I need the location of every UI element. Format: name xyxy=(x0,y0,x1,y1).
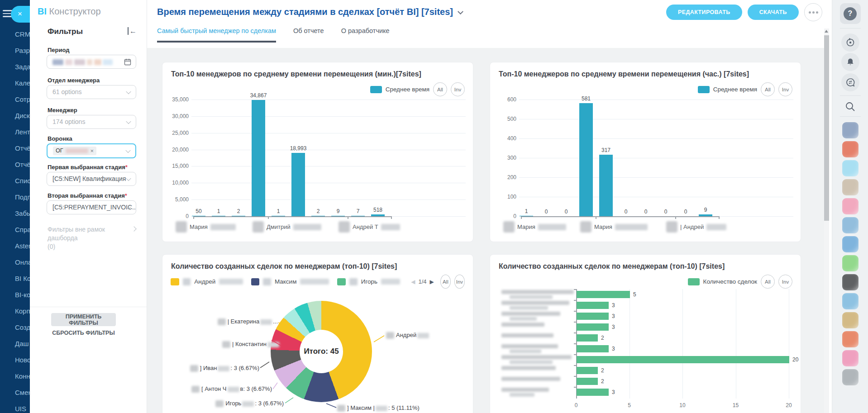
hbar[interactable] xyxy=(577,367,598,374)
toggle-all[interactable]: All xyxy=(761,275,775,289)
left-nav-item[interactable]: UIS xyxy=(0,401,30,413)
user-avatar[interactable] xyxy=(842,274,858,290)
user-avatar[interactable] xyxy=(842,179,858,195)
left-nav-item[interactable]: Кале xyxy=(0,75,30,91)
bar[interactable] xyxy=(371,214,385,216)
left-nav-item[interactable]: CRM xyxy=(0,26,30,43)
hbar[interactable] xyxy=(577,323,609,331)
hbar[interactable] xyxy=(577,378,598,385)
timeline-button[interactable] xyxy=(841,33,859,52)
bar[interactable] xyxy=(272,216,285,217)
user-avatar[interactable] xyxy=(842,331,858,347)
left-nav-item[interactable]: Отчё xyxy=(0,140,30,157)
left-nav-item[interactable]: Даш xyxy=(0,336,30,352)
close-sidebar-button[interactable]: × xyxy=(11,6,30,23)
bar[interactable] xyxy=(331,216,345,217)
left-nav-item[interactable]: Смен xyxy=(0,385,30,401)
hbar[interactable] xyxy=(577,313,609,320)
bar[interactable] xyxy=(252,100,265,216)
messenger-button[interactable] xyxy=(841,73,859,91)
left-nav-item[interactable]: Забы xyxy=(0,205,30,222)
hbar[interactable] xyxy=(577,389,609,396)
toggle-inv[interactable]: Inv xyxy=(778,275,792,289)
hbar[interactable] xyxy=(577,291,630,298)
bar[interactable] xyxy=(291,153,305,216)
left-nav-item[interactable]: Созд xyxy=(0,319,30,336)
left-nav-item[interactable]: Разр xyxy=(0,43,30,59)
manager-select[interactable]: 174 options xyxy=(47,115,136,129)
funnel-select[interactable]: ОГ× xyxy=(47,143,136,158)
hbar[interactable] xyxy=(577,334,598,342)
bar[interactable] xyxy=(579,103,593,216)
download-button[interactable]: СКАЧАТЬ xyxy=(748,5,799,20)
left-nav-item[interactable]: Конн xyxy=(0,368,30,385)
bar[interactable] xyxy=(351,216,365,217)
remove-tag-icon[interactable]: × xyxy=(91,147,94,154)
hbar[interactable] xyxy=(577,302,609,309)
user-avatar[interactable] xyxy=(842,217,858,233)
chevron-right-icon[interactable] xyxy=(131,226,136,231)
next-page-icon[interactable]: ▶ xyxy=(430,279,434,285)
toggle-all[interactable]: All xyxy=(440,275,451,289)
left-nav-item[interactable]: Диск xyxy=(0,108,30,124)
outer-filters-link[interactable]: Фильтры вне рамок дашборда(0) xyxy=(48,225,129,251)
toggle-all[interactable]: All xyxy=(433,82,447,96)
user-avatar[interactable] xyxy=(842,141,858,157)
left-nav-item[interactable]: Зада xyxy=(0,59,30,75)
legend-swatch[interactable] xyxy=(171,278,179,285)
user-avatar[interactable] xyxy=(842,122,858,138)
second-stage-select[interactable]: [C5:PREPAYMENT_INVOIC... xyxy=(47,200,136,214)
bar[interactable] xyxy=(192,216,205,217)
bar[interactable] xyxy=(699,214,712,216)
bar[interactable] xyxy=(212,216,225,217)
scrollbar-thumb[interactable] xyxy=(824,35,829,221)
more-options-button[interactable] xyxy=(804,3,822,21)
bar[interactable] xyxy=(520,216,533,217)
period-input[interactable] xyxy=(47,55,136,69)
user-avatar[interactable] xyxy=(842,350,858,366)
user-avatar[interactable] xyxy=(842,160,858,176)
search-button[interactable] xyxy=(844,101,856,114)
user-avatar[interactable] xyxy=(842,369,858,385)
legend-swatch[interactable] xyxy=(370,86,382,93)
left-nav-item[interactable]: Aster xyxy=(0,238,30,254)
legend-swatch[interactable] xyxy=(688,278,700,285)
report-title[interactable]: Время перемещения между стадиями в сделк… xyxy=(157,7,463,17)
left-nav-item[interactable]: Спис xyxy=(0,173,30,189)
left-nav-item[interactable]: Ново xyxy=(0,352,30,368)
help-button[interactable]: ? xyxy=(840,3,861,24)
legend-swatch[interactable] xyxy=(251,278,260,285)
toggle-inv[interactable]: Inv xyxy=(454,275,465,289)
left-nav-item[interactable]: Отчё xyxy=(0,157,30,173)
calendar-icon[interactable] xyxy=(124,58,131,66)
first-stage-select[interactable]: [C5:NEW] Квалификация xyxy=(47,172,136,186)
left-nav-item[interactable]: Лент xyxy=(0,124,30,140)
toggle-inv[interactable]: Inv xyxy=(451,82,465,96)
left-nav-item[interactable]: Корп xyxy=(0,303,30,319)
tab-about-developer[interactable]: О разработчике xyxy=(341,27,390,43)
hbar[interactable] xyxy=(577,356,789,363)
prev-page-icon[interactable]: ◀ xyxy=(411,279,415,285)
edit-button[interactable]: РЕДАКТИРОВАТЬ xyxy=(666,5,742,20)
left-nav-item[interactable]: Спра xyxy=(0,222,30,238)
user-avatar[interactable] xyxy=(842,293,858,309)
notifications-button[interactable] xyxy=(841,53,859,71)
tab-fastest-manager[interactable]: Самый быстрый менеджер по сделкам xyxy=(157,27,276,43)
legend-swatch[interactable] xyxy=(337,278,346,285)
apply-filters-button[interactable]: ПРИМЕНИТЬ ФИЛЬТРЫ xyxy=(51,313,116,326)
scroll-up-arrow[interactable] xyxy=(825,30,828,33)
main-scrollbar[interactable] xyxy=(824,28,829,413)
bar[interactable] xyxy=(232,216,245,217)
toggle-all[interactable]: All xyxy=(761,82,775,96)
bar[interactable] xyxy=(599,155,613,216)
toggle-inv[interactable]: Inv xyxy=(778,82,792,96)
user-avatar[interactable] xyxy=(842,312,858,328)
legend-swatch[interactable] xyxy=(698,86,710,93)
bar[interactable] xyxy=(311,216,325,217)
user-avatar[interactable] xyxy=(842,236,858,252)
left-nav-item[interactable]: BI-ко xyxy=(0,287,30,303)
left-nav-item[interactable]: Онла xyxy=(0,254,30,271)
department-select[interactable]: 61 options xyxy=(47,85,136,99)
reset-filters-button[interactable]: СБРОСИТЬ ФИЛЬТРЫ xyxy=(30,330,137,336)
left-nav-item[interactable]: Подп xyxy=(0,189,30,205)
